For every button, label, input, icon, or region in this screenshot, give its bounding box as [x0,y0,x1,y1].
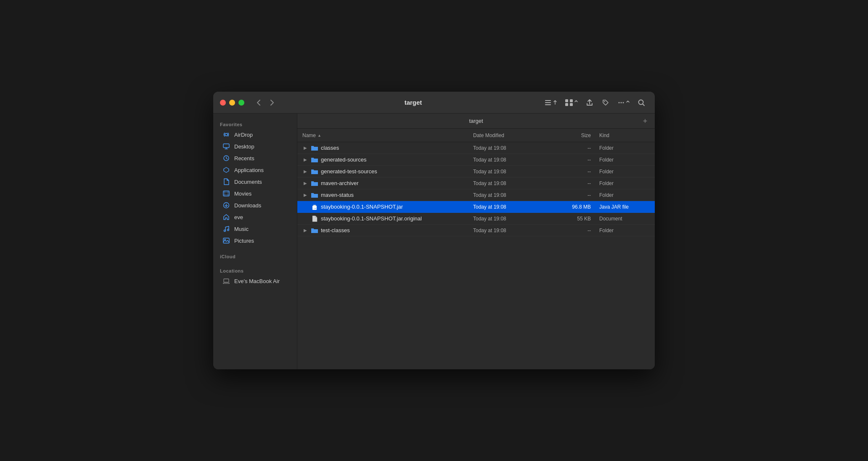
table-row[interactable]: ▶ test-classes Today at 19:08 -- Folder [297,225,655,236]
svg-point-9 [621,102,622,103]
svg-point-17 [224,230,226,232]
file-pane: target + Name ▲ Date Modified Size Ki [297,114,655,369]
file-size: -- [549,228,591,233]
expand-arrow-icon[interactable]: ▶ [302,192,308,198]
toolbar-right [542,96,648,109]
file-size: -- [549,157,591,163]
more-button[interactable] [615,96,632,109]
file-date: Today at 19:08 [473,192,549,198]
close-button[interactable] [220,100,226,106]
svg-rect-13 [223,144,229,148]
add-tab-button[interactable]: + [640,117,650,126]
sidebar-item-desktop[interactable]: Desktop [216,140,294,152]
laptop-icon [222,277,230,285]
table-row[interactable]: ▶ maven-status Today at 19:08 -- Folder [297,189,655,201]
sidebar-item-downloads[interactable]: Downloads [216,199,294,211]
folder-icon [311,144,318,152]
sidebar-item-airdrop[interactable]: AirDrop [216,129,294,140]
file-name: generated-sources [321,156,366,163]
sidebar-item-label: Desktop [234,143,254,150]
grid-view-button[interactable] [562,96,580,109]
sidebar-item-movies[interactable]: Movies [216,188,294,199]
column-kind-header[interactable]: Kind [591,132,650,138]
sidebar-item-label: Downloads [234,202,261,209]
file-name: generated-test-sources [321,168,377,175]
column-size-header[interactable]: Size [549,132,591,138]
expand-arrow-icon[interactable]: ▶ [302,145,308,151]
svg-point-11 [639,100,643,104]
expand-arrow-icon[interactable]: ▶ [302,169,308,175]
svg-rect-0 [545,100,551,101]
svg-rect-2 [545,104,551,105]
file-icon: JAR [311,203,318,211]
folder-icon [311,227,318,234]
folder-icon [311,168,318,175]
file-name: test-classes [321,227,350,233]
sidebar-item-macbook[interactable]: Eve's MacBook Air [216,275,294,287]
sidebar-item-label: Recents [234,155,254,162]
sidebar-section-favorites: Favorites [213,119,297,129]
table-row[interactable]: ▶ generated-sources Today at 19:08 -- Fo… [297,154,655,166]
expand-arrow-icon[interactable]: ▶ [302,180,308,186]
minimize-button[interactable] [229,100,235,106]
column-name-header[interactable]: Name ▲ [302,132,473,138]
sidebar-item-documents[interactable]: Documents [216,176,294,188]
svg-rect-23 [313,205,316,206]
expand-arrow-icon[interactable] [302,216,308,222]
finder-window: target [213,92,655,369]
sidebar-item-label: Movies [234,191,251,197]
sidebar-item-label: Applications [234,167,264,173]
svg-rect-6 [570,103,573,106]
file-list: ▶ classes Today at 19:08 -- Folder ▶ gen… [297,142,655,369]
expand-arrow-icon[interactable]: ▶ [302,157,308,163]
recents-icon [222,154,230,162]
svg-text:JAR: JAR [313,207,317,209]
list-view-button[interactable] [542,96,560,109]
maximize-button[interactable] [238,100,244,106]
nav-buttons [253,97,278,109]
table-row[interactable]: JAR staybooking-0.0.1-SNAPSHOT.jar Today… [297,201,655,213]
expand-arrow-icon[interactable] [302,204,308,210]
svg-rect-15 [223,191,229,196]
file-name: classes [321,145,339,151]
path-bar: target + [297,114,655,129]
tag-button[interactable] [599,96,612,109]
file-name: maven-status [321,192,354,198]
sidebar-item-eve[interactable]: eve [216,211,294,223]
file-kind: Folder [591,192,650,198]
column-headers: Name ▲ Date Modified Size Kind [297,129,655,142]
sidebar-item-label: Pictures [234,238,254,244]
table-row[interactable]: ▶ generated-test-sources Today at 19:08 … [297,166,655,178]
sidebar-item-applications[interactable]: Applications [216,164,294,176]
file-date: Today at 19:08 [473,180,549,186]
file-size: -- [549,169,591,175]
forward-button[interactable] [266,97,278,109]
back-button[interactable] [253,97,265,109]
share-button[interactable] [583,96,596,109]
search-button[interactable] [635,96,648,109]
sidebar-section-icloud: iCloud [213,251,297,261]
svg-rect-5 [565,103,568,106]
file-kind: Folder [591,228,650,233]
sidebar-item-recents[interactable]: Recents [216,152,294,164]
file-date: Today at 19:08 [473,145,549,151]
pictures-icon [222,237,230,244]
svg-point-18 [228,229,229,231]
folder-icon [311,191,318,199]
sidebar-item-pictures[interactable]: Pictures [216,235,294,246]
table-row[interactable]: ▶ classes Today at 19:08 -- Folder [297,142,655,154]
music-icon [222,225,230,233]
table-row[interactable]: staybooking-0.0.1-SNAPSHOT.jar.original … [297,213,655,225]
file-name: staybooking-0.0.1-SNAPSHOT.jar [321,204,403,210]
file-size: -- [549,192,591,198]
table-row[interactable]: ▶ maven-archiver Today at 19:08 -- Folde… [297,178,655,189]
file-size: 96.8 MB [549,204,591,210]
svg-point-8 [619,102,620,103]
window-title: target [285,99,542,106]
sidebar-item-music[interactable]: Music [216,223,294,235]
sidebar-section-locations: Locations [213,265,297,275]
file-kind: Folder [591,169,650,175]
file-kind: Folder [591,145,650,151]
expand-arrow-icon[interactable]: ▶ [302,228,308,233]
column-date-header[interactable]: Date Modified [473,132,549,138]
